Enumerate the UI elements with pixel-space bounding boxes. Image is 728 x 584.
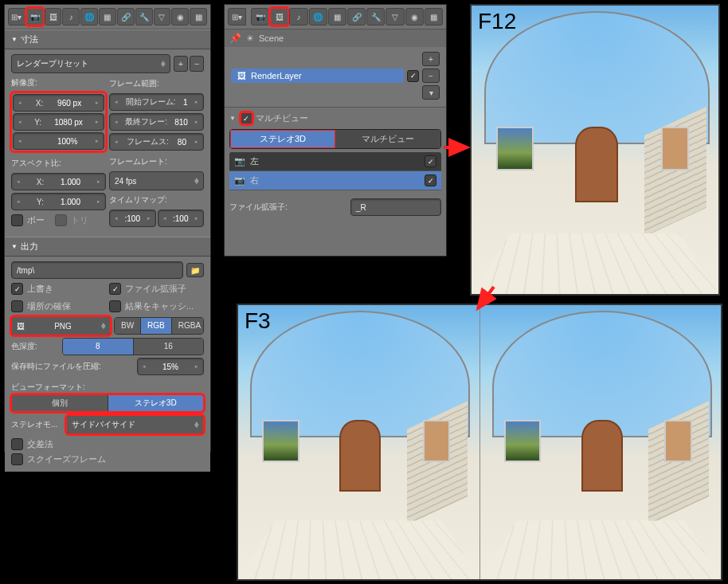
cross-cb[interactable]: [11, 438, 23, 450]
color-depth-label: 色深度:: [11, 339, 59, 354]
file-ext-cb[interactable]: [109, 283, 121, 295]
view-right-cb[interactable]: [425, 174, 436, 186]
browse-folder-icon[interactable]: 📁: [186, 263, 204, 277]
f3-label: F3: [245, 308, 271, 334]
texture-tab-icon[interactable]: ▦: [425, 8, 443, 25]
render-tab-icon[interactable]: 📷: [251, 8, 269, 25]
frame-range-label: フレーム範囲:: [109, 76, 204, 91]
file-suffix-label: ファイル拡張子:: [229, 200, 347, 214]
layers-tab-icon[interactable]: 🖼: [270, 8, 288, 25]
view-format-label: ビューフォーマット:: [11, 380, 204, 394]
world-tab-icon[interactable]: 🌐: [80, 8, 98, 25]
preset-add[interactable]: +: [174, 56, 188, 72]
color-rgba[interactable]: RGBA: [172, 318, 204, 334]
aspect-label: アスペクト比:: [11, 156, 106, 170]
scene-icon: ☀: [246, 33, 254, 44]
view-left-cb[interactable]: [425, 155, 436, 167]
depth-8[interactable]: 8: [63, 339, 134, 355]
multiview-label: マルチビュー: [256, 112, 308, 124]
object-tab-icon[interactable]: ▦: [328, 8, 346, 25]
frame-step[interactable]: ◂フレームス:80▸: [109, 133, 204, 151]
pin-icon[interactable]: 📌: [229, 33, 241, 44]
constraint-tab-icon[interactable]: 🔗: [117, 8, 135, 25]
world-tab-icon[interactable]: 🌐: [309, 8, 327, 25]
mv-stereo3d-tab[interactable]: ステレオ3D: [230, 130, 335, 148]
dimensions-header[interactable]: 寸法: [5, 29, 210, 49]
vf-individual[interactable]: 個別: [12, 395, 108, 411]
stereo-mode-label: ステレオモ...: [11, 417, 63, 432]
layer-enable-cb[interactable]: [407, 70, 419, 82]
layer-menu[interactable]: ▾: [422, 85, 440, 100]
color-rgb[interactable]: RGB: [141, 318, 172, 334]
render-preview-f12: F12: [470, 4, 720, 296]
scene-tab-icon[interactable]: ♪: [289, 8, 307, 25]
scene-breadcrumb: 📌 ☀ Scene: [225, 29, 446, 47]
stereo-mode[interactable]: サイドバイサイド: [66, 415, 204, 434]
mv-multiview-tab[interactable]: マルチビュー: [335, 130, 440, 148]
file-suffix[interactable]: _R: [350, 198, 441, 216]
crop-cb[interactable]: [55, 214, 67, 226]
render-layer-row[interactable]: 🖼 RenderLayer: [231, 69, 404, 83]
data-tab-icon[interactable]: ▽: [386, 8, 404, 25]
render-preset[interactable]: レンダープリセット: [11, 54, 170, 73]
output-header[interactable]: 出力: [5, 237, 210, 257]
render-preview-f3-container: F3: [237, 304, 722, 581]
overwrite-cb[interactable]: [11, 283, 23, 295]
view-left[interactable]: 📷 左: [229, 152, 441, 171]
file-format[interactable]: 🖼 PNG: [11, 316, 111, 335]
material-tab-icon[interactable]: ◉: [405, 8, 424, 25]
data-tab-icon[interactable]: ▽: [154, 8, 171, 25]
framerate-label: フレームレート:: [109, 155, 204, 169]
constraint-tab-icon[interactable]: 🔗: [347, 8, 366, 25]
arrow-icon: [442, 135, 474, 159]
res-y[interactable]: ◂Y:1080 px▸: [13, 113, 104, 131]
scene-tab-icon[interactable]: ♪: [62, 8, 80, 25]
placeholder-cb[interactable]: [11, 300, 23, 312]
view-format-group: 個別 ステレオ3D: [11, 394, 204, 412]
res-x[interactable]: ◂X:960 px▸: [13, 94, 104, 112]
aspect-x[interactable]: ◂X:1.000▸: [11, 173, 106, 190]
camera-icon: 📷: [234, 175, 245, 186]
multiview-enable-cb[interactable]: [241, 112, 252, 124]
render-preview-f3-left: F3: [238, 305, 480, 579]
view-right[interactable]: 📷 右: [229, 171, 441, 190]
modifier-tab-icon[interactable]: 🔧: [366, 8, 385, 25]
texture-tab-icon[interactable]: ▦: [190, 8, 207, 25]
compress-val[interactable]: ◂15%▸: [137, 358, 204, 375]
vf-stereo3d[interactable]: ステレオ3D: [108, 395, 204, 411]
frame-end[interactable]: ◂最終フレー:810▸: [109, 113, 204, 131]
timeremap-label: タイムリマップ:: [109, 193, 204, 207]
timeremap-old[interactable]: ◂:100▸: [109, 210, 156, 227]
toolbar-2: ⊞▾ 📷 🖼 ♪ 🌐 ▦ 🔗 🔧 ▽ ◉ ▦: [225, 5, 446, 29]
toolbar: ⊞▾ 📷 🖼 ♪ 🌐 ▦ 🔗 🔧 ▽ ◉ ▦: [5, 5, 210, 29]
properties-panel: ⊞▾ 📷 🖼 ♪ 🌐 ▦ 🔗 🔧 ▽ ◉ ▦ 寸法 レンダープリセット + − …: [4, 4, 211, 452]
color-bw[interactable]: BW: [115, 318, 141, 334]
add-layer[interactable]: +: [422, 52, 440, 66]
frame-start[interactable]: ◂開始フレーム:1▸: [109, 93, 204, 111]
scene-name: Scene: [259, 33, 284, 43]
render-layer-panel: ⊞▾ 📷 🖼 ♪ 🌐 ▦ 🔗 🔧 ▽ ◉ ▦ 📌 ☀ Scene 🖼 Rende…: [224, 4, 447, 257]
preset-remove[interactable]: −: [190, 56, 204, 72]
layers-tab-icon[interactable]: 🖼: [45, 8, 62, 25]
material-tab-icon[interactable]: ◉: [171, 8, 189, 25]
framerate[interactable]: 24 fps: [109, 171, 204, 190]
border-cb[interactable]: [11, 214, 23, 226]
editor-type-icon[interactable]: ⊞▾: [8, 8, 25, 25]
cache-cb[interactable]: [109, 300, 121, 312]
squeeze-cb[interactable]: [11, 453, 23, 465]
res-pct[interactable]: ◂100%▸: [13, 132, 104, 150]
aspect-y[interactable]: ◂Y:1.000▸: [11, 193, 106, 210]
resolution-label: 解像度:: [11, 76, 106, 90]
compress-label: 保存時にファイルを圧縮:: [11, 359, 134, 374]
output-path[interactable]: /tmp\: [11, 261, 183, 279]
render-preview-f3-right: [480, 305, 722, 579]
editor-type-icon[interactable]: ⊞▾: [228, 8, 246, 25]
render-tab-icon[interactable]: 📷: [26, 8, 44, 25]
timeremap-new[interactable]: ◂:100▸: [158, 210, 205, 227]
object-tab-icon[interactable]: ▦: [99, 8, 116, 25]
remove-layer[interactable]: −: [422, 69, 440, 83]
view-list: 📷 左 📷 右: [229, 152, 441, 190]
camera-icon: 📷: [234, 156, 245, 167]
depth-16[interactable]: 16: [134, 339, 204, 355]
modifier-tab-icon[interactable]: 🔧: [135, 8, 153, 25]
